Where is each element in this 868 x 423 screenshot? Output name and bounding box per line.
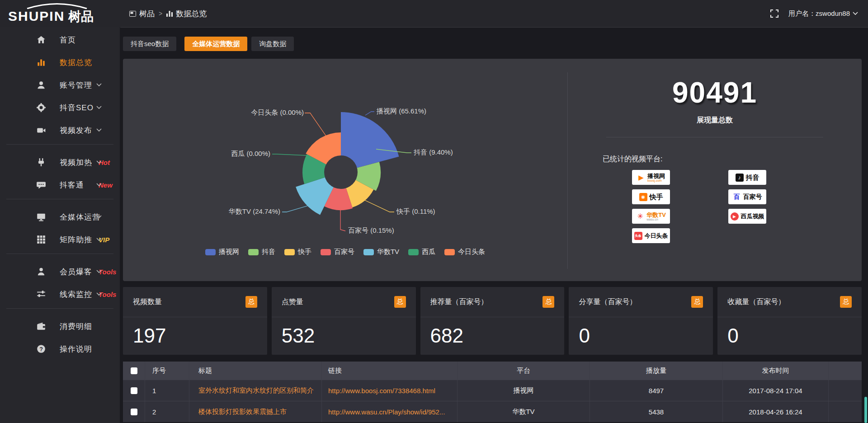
person-icon: [36, 267, 46, 277]
chevron-down-icon: [96, 270, 102, 273]
platform-badge-toutiao[interactable]: 头条 今日头条: [632, 228, 670, 243]
row-checkbox[interactable]: [131, 387, 137, 394]
sidebar-item-video-publish[interactable]: 视频发布: [0, 119, 120, 141]
cell-url-link[interactable]: http://www.boosj.com/7338468.html: [322, 380, 458, 401]
col-header-platform: 平台: [458, 362, 590, 380]
total-badge[interactable]: 总: [840, 296, 852, 308]
cell-platform: 华数TV: [458, 401, 590, 422]
wasu-logo-icon: ✳: [636, 212, 644, 221]
sidebar-item-data-overview[interactable]: 数据总览: [0, 51, 120, 74]
sidebar-divider: [6, 199, 113, 199]
username-label: 用户名：zswodun88: [788, 9, 850, 18]
sidebar-item-douyin-seo[interactable]: 抖音SEO: [0, 96, 120, 119]
legend-item-xigua[interactable]: 西瓜: [408, 248, 435, 256]
legend-item-huashutv[interactable]: 华数TV: [363, 248, 399, 256]
user-icon: [36, 80, 46, 90]
platform-badge-boshiwang[interactable]: ▶ 播视网boosj.com: [632, 170, 670, 185]
stat-value: 532: [272, 317, 416, 347]
legend-item-kuaishou[interactable]: 快手: [284, 248, 311, 256]
cell-title-link[interactable]: 室外水纹灯和室内水纹灯的区别和简介: [189, 380, 322, 401]
window-icon: [129, 11, 136, 17]
sidebar-item-matrix-boost[interactable]: 矩阵助推 VIP: [0, 228, 120, 251]
topbar-divider: [120, 27, 868, 28]
select-all-checkbox[interactable]: [131, 367, 137, 374]
help-icon: ?: [36, 344, 46, 354]
sidebar-item-doketong[interactable]: 抖客通 New: [0, 174, 120, 196]
summary-panel: 90491 展现量总数 已统计的视频平台: ▶ 播视网boosj.com ◉ 快…: [568, 59, 862, 281]
summary-divider: [606, 137, 823, 137]
svg-text:?: ?: [39, 346, 43, 352]
platform-badge-kuaishou[interactable]: ◉ 快手: [632, 189, 670, 204]
col-header-date: 发布时间: [723, 362, 829, 380]
pie-hole: [324, 155, 358, 189]
leader-toutiao: [305, 113, 326, 136]
sidebar-item-member-baoke[interactable]: 会员爆客 Tools: [0, 260, 120, 283]
sidebar-item-clue-monitor[interactable]: 线索监控 Tools: [0, 283, 120, 306]
legend-item-baijiahao[interactable]: 百家号: [321, 248, 354, 256]
legend-item-boshiwang[interactable]: 播视网: [205, 248, 239, 256]
stat-cards-row: 视频数量 总 197 点赞量 总 532 推荐量（百家号） 总 682 分享量（…: [123, 287, 862, 355]
sidebar-item-home[interactable]: 首页: [0, 28, 120, 51]
breadcrumb-current-label: 数据总览: [176, 9, 207, 19]
stat-value: 197: [123, 317, 267, 347]
total-badge[interactable]: 总: [691, 296, 703, 308]
douyin-logo-icon: ♪: [736, 174, 744, 182]
sidebar-item-omni-media[interactable]: 全媒体运营: [0, 206, 120, 228]
tab-inquiry-data[interactable]: 询盘数据: [251, 37, 294, 51]
chevron-down-icon: [96, 128, 102, 132]
table-row: 1 室外水纹灯和室内水纹灯的区别和简介 http://www.boosj.com…: [123, 380, 862, 401]
sidebar-item-video-heating[interactable]: 视频加热 Hot: [0, 151, 120, 174]
legend-item-douyin[interactable]: 抖音: [248, 248, 275, 256]
table-row: 2 楼体投影灯投影效果震撼上市 http://www.wasu.cn/Play/…: [123, 401, 862, 422]
chevron-down-icon: [96, 215, 102, 219]
pie-label-douyin: 抖音 (9.40%): [414, 148, 453, 156]
row-checkbox[interactable]: [131, 409, 137, 415]
home-icon: [36, 35, 46, 45]
toutiao-logo-icon: 头条: [634, 232, 642, 240]
stat-value: 0: [569, 317, 713, 347]
platform-badge-xigua[interactable]: ▶ 西瓜视频: [728, 209, 766, 224]
sidebar-item-account-management[interactable]: 账号管理: [0, 74, 120, 96]
legend-swatch: [408, 249, 419, 255]
chat-icon: [36, 180, 46, 190]
platform-badge-huashutv[interactable]: ✳ 华数TVwasu.cn: [632, 209, 670, 224]
cell-url-link[interactable]: http://www.wasu.cn/Play/show/id/952...: [322, 401, 458, 422]
total-badge[interactable]: 总: [245, 296, 257, 308]
platform-badge-douyin[interactable]: ♪ 抖音: [728, 170, 766, 185]
pie-label-toutiao: 今日头条 (0.00%): [251, 108, 304, 116]
breadcrumb-current[interactable]: 数据总览: [166, 9, 207, 19]
chevron-down-icon: [96, 106, 102, 109]
chart-panel: 今日头条 (0.00%) 播视网 (65.61%) 西瓜 (0.00%) 抖音 …: [123, 59, 862, 281]
platform-badge-baijiahao[interactable]: 百 百家号: [728, 189, 766, 204]
sidebar-item-spending-detail[interactable]: 消费明细: [0, 315, 120, 338]
grid-icon: [36, 235, 46, 244]
total-impressions-value: 90491: [568, 76, 862, 109]
total-badge[interactable]: 总: [542, 296, 554, 308]
xigua-logo-icon: ▶: [731, 212, 739, 221]
pie-label-boshiwang: 播视网 (65.61%): [376, 107, 426, 115]
leader-boshiwang: [365, 112, 374, 115]
legend-swatch: [248, 249, 259, 255]
total-badge[interactable]: 总: [394, 296, 406, 308]
legend-swatch: [363, 249, 374, 255]
top-bar: SHUPIN 树品 树品 > 数据总览 用户名：zswodun88: [0, 0, 868, 27]
cell-title-link[interactable]: 楼体投影灯投影效果震撼上市: [189, 401, 322, 422]
breadcrumb-root[interactable]: 树品: [129, 9, 155, 19]
leader-xigua: [272, 154, 307, 155]
scrollbar-thumb[interactable]: [864, 397, 867, 423]
stat-card-likes: 点赞量 总 532: [272, 287, 416, 355]
monitor-icon: [36, 212, 46, 222]
tab-omni-media-data[interactable]: 全媒体运营数据: [184, 37, 247, 51]
legend-item-toutiao[interactable]: 今日头条: [444, 248, 485, 256]
tab-douyin-seo-data[interactable]: 抖音seo数据: [123, 37, 176, 51]
sidebar-item-help[interactable]: ? 操作说明: [0, 338, 120, 360]
legend-swatch: [321, 249, 331, 255]
app-logo[interactable]: SHUPIN 树品: [8, 3, 108, 24]
platforms-title: 已统计的视频平台:: [603, 155, 662, 164]
cell-plays: 5438: [590, 401, 723, 422]
fullscreen-icon[interactable]: [770, 9, 778, 18]
col-header-index: 序号: [145, 362, 189, 380]
chevron-down-icon: [96, 238, 102, 241]
cell-date: 2017-08-24 17:04: [723, 380, 829, 401]
user-menu[interactable]: 用户名：zswodun88: [788, 9, 858, 18]
